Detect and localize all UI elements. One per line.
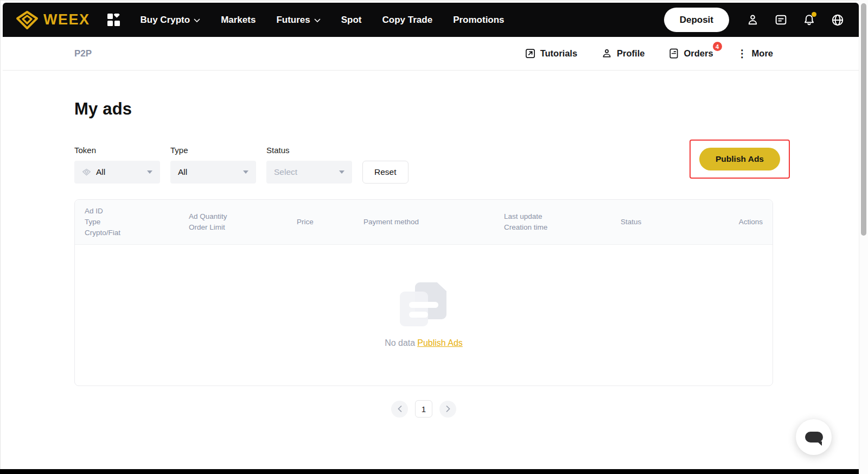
- page-number[interactable]: 1: [415, 400, 432, 418]
- nav-buy-crypto[interactable]: Buy Crypto: [141, 15, 201, 26]
- col-ad-id: Ad ID Type Crypto/Fiat: [75, 206, 179, 238]
- token-select-value: All: [96, 167, 105, 177]
- reset-button[interactable]: Reset: [362, 161, 409, 184]
- top-navbar: WEEX Buy Crypto Markets Futures Spot: [3, 3, 859, 37]
- status-filter: Status Select: [266, 146, 352, 184]
- chevron-down-icon: [339, 170, 344, 174]
- topnav-right-group: Deposit: [664, 8, 845, 32]
- status-select-placeholder: Select: [274, 167, 297, 177]
- main-content: My ads Token All Type: [3, 71, 859, 469]
- col-last-update: Last update Creation time: [494, 211, 611, 233]
- token-filter: Token All: [74, 146, 160, 184]
- more-dots-icon: ⋮: [737, 48, 748, 59]
- col-status: Status: [611, 217, 690, 227]
- page-title: My ads: [74, 99, 773, 119]
- subnav-links: Tutorials Profile Orde: [525, 48, 773, 59]
- col-actions: Actions: [690, 217, 773, 227]
- type-filter-label: Type: [170, 146, 256, 155]
- table-empty-state: No dataPublish Ads: [75, 245, 773, 385]
- scrollbar-thumb[interactable]: [861, 3, 866, 236]
- nav-copy-trade[interactable]: Copy Trade: [382, 15, 433, 26]
- support-chat-launcher[interactable]: [796, 419, 832, 455]
- type-filter: Type All: [170, 146, 256, 184]
- publish-ads-button[interactable]: Publish Ads: [699, 148, 780, 170]
- user-icon[interactable]: [746, 13, 760, 27]
- subnav-more[interactable]: ⋮ More: [737, 48, 773, 59]
- token-filter-label: Token: [74, 146, 160, 155]
- nav-promotions[interactable]: Promotions: [453, 15, 504, 26]
- profile-icon: [601, 48, 612, 59]
- tutorials-icon: [525, 48, 536, 59]
- breadcrumb[interactable]: P2P: [74, 48, 92, 59]
- weex-logo[interactable]: WEEX: [16, 10, 90, 30]
- nav-markets[interactable]: Markets: [221, 15, 256, 26]
- pagination: 1: [74, 400, 773, 418]
- empty-state-text: No dataPublish Ads: [385, 338, 463, 348]
- col-price: Price: [287, 217, 354, 227]
- ads-table: Ad ID Type Crypto/Fiat Ad Quantity Order…: [74, 199, 773, 386]
- chevron-down-icon: [147, 170, 152, 174]
- brand-wordmark: WEEX: [43, 11, 90, 28]
- chat-bubble-icon: [805, 432, 823, 443]
- main-menu: Buy Crypto Markets Futures Spot Copy Tra…: [141, 15, 505, 26]
- orders-icon: [668, 48, 679, 59]
- globe-icon[interactable]: [831, 13, 845, 27]
- col-ad-quantity: Ad Quantity Order Limit: [179, 211, 287, 233]
- subnav-orders[interactable]: Orders 4: [668, 48, 713, 59]
- apps-grid-icon[interactable]: [107, 14, 120, 26]
- deposit-button[interactable]: Deposit: [664, 8, 729, 32]
- nav-spot[interactable]: Spot: [341, 15, 362, 26]
- status-select[interactable]: Select: [266, 161, 352, 184]
- chevron-down-icon: [194, 18, 200, 22]
- page-scrollbar[interactable]: [859, 0, 868, 474]
- no-data-icon: [400, 282, 448, 329]
- publish-ads-link[interactable]: Publish Ads: [417, 338, 463, 347]
- p2p-subnav: P2P Tutorials Profile: [3, 37, 859, 71]
- status-filter-label: Status: [266, 146, 352, 155]
- nav-futures[interactable]: Futures: [276, 15, 320, 26]
- subnav-tutorials[interactable]: Tutorials: [525, 48, 577, 59]
- table-header: Ad ID Type Crypto/Fiat Ad Quantity Order…: [75, 200, 773, 245]
- weex-gem-icon: [16, 10, 39, 30]
- notification-dot: [812, 12, 816, 17]
- support-chat-icon[interactable]: [774, 13, 788, 27]
- chevron-down-icon: [314, 18, 321, 22]
- chevron-down-icon: [243, 170, 248, 174]
- filters-row: Token All Type All: [74, 146, 773, 184]
- subnav-profile[interactable]: Profile: [601, 48, 644, 59]
- type-select-value: All: [178, 167, 187, 177]
- orders-count-badge: 4: [713, 42, 722, 51]
- token-gem-icon: [82, 168, 91, 176]
- col-payment-method: Payment method: [354, 217, 494, 227]
- next-page-button[interactable]: [439, 401, 456, 418]
- publish-ads-highlight-box: Publish Ads: [690, 140, 790, 179]
- token-select[interactable]: All: [74, 161, 160, 184]
- bottom-window-strip: [0, 469, 859, 474]
- bell-icon[interactable]: [802, 13, 816, 27]
- prev-page-button[interactable]: [391, 401, 408, 418]
- type-select[interactable]: All: [170, 161, 256, 184]
